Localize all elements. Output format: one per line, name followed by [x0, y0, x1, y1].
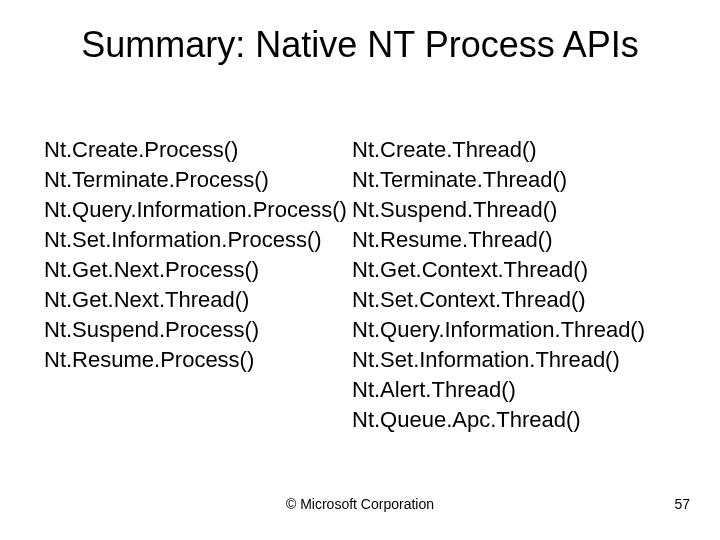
api-item: Nt.Query.Information.Process() — [44, 195, 352, 225]
api-item: Nt.Suspend.Thread() — [352, 195, 682, 225]
right-column: Nt.Create.Thread() Nt.Terminate.Thread()… — [352, 135, 682, 435]
api-item: Nt.Get.Context.Thread() — [352, 255, 682, 285]
api-item: Nt.Alert.Thread() — [352, 375, 682, 405]
content-columns: Nt.Create.Process() Nt.Terminate.Process… — [44, 135, 684, 435]
api-item: Nt.Terminate.Process() — [44, 165, 352, 195]
slide: Summary: Native NT Process APIs Nt.Creat… — [0, 0, 720, 540]
api-item: Nt.Create.Process() — [44, 135, 352, 165]
api-item: Nt.Suspend.Process() — [44, 315, 352, 345]
api-item: Nt.Queue.Apc.Thread() — [352, 405, 682, 435]
slide-title: Summary: Native NT Process APIs — [0, 24, 720, 66]
api-item: Nt.Create.Thread() — [352, 135, 682, 165]
api-item: Nt.Resume.Process() — [44, 345, 352, 375]
footer-copyright: © Microsoft Corporation — [0, 496, 720, 512]
api-item: Nt.Terminate.Thread() — [352, 165, 682, 195]
api-item: Nt.Set.Context.Thread() — [352, 285, 682, 315]
api-item: Nt.Resume.Thread() — [352, 225, 682, 255]
api-item: Nt.Set.Information.Thread() — [352, 345, 682, 375]
left-column: Nt.Create.Process() Nt.Terminate.Process… — [44, 135, 352, 435]
api-item: Nt.Set.Information.Process() — [44, 225, 352, 255]
footer-page-number: 57 — [674, 496, 690, 512]
api-item: Nt.Query.Information.Thread() — [352, 315, 682, 345]
api-item: Nt.Get.Next.Thread() — [44, 285, 352, 315]
api-item: Nt.Get.Next.Process() — [44, 255, 352, 285]
